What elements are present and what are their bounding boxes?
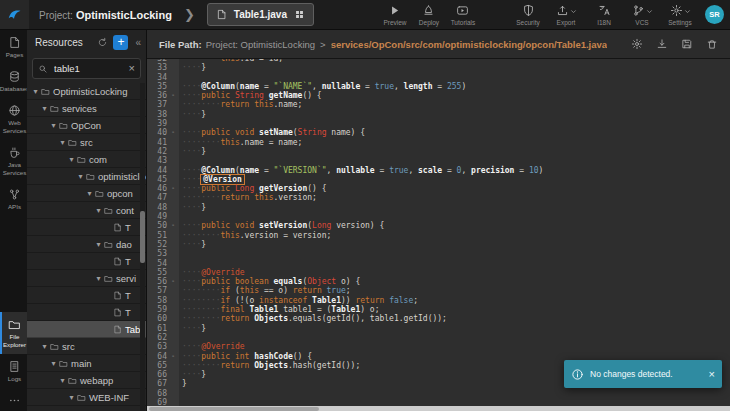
- tree-expand-icon[interactable]: ▾: [94, 206, 103, 215]
- tree-expand-icon[interactable]: ▾: [76, 172, 85, 181]
- code-line: 59········final Table1 table1 = (Table1)…: [147, 305, 730, 314]
- sidebar-item-more[interactable]: [0, 388, 27, 411]
- tree-row[interactable]: ▾WEB-INF: [27, 389, 146, 406]
- add-resource-button[interactable]: +: [113, 35, 128, 50]
- folder-tree-icon: [68, 138, 77, 147]
- tree-row-label: src: [80, 137, 93, 148]
- tree-expand-icon[interactable]: ▾: [67, 155, 76, 164]
- code-line: 49: [147, 212, 730, 221]
- file-path-label: File Path:: [159, 39, 202, 50]
- avatar[interactable]: SR: [705, 5, 724, 24]
- tree-row[interactable]: ▾services: [27, 100, 146, 117]
- tree-row[interactable]: ▾OptimisticLocking: [27, 83, 146, 100]
- fold-marker[interactable]: -: [170, 128, 179, 137]
- tree-expand-icon[interactable]: ▾: [58, 376, 67, 385]
- code-line: 44····@Column(name = "`VERSION`", nullab…: [147, 166, 730, 175]
- file-path-project: Project: OptimisticLocking: [206, 39, 315, 50]
- sidebar-item-file-explorer[interactable]: File Explorer: [0, 312, 27, 354]
- trash-icon[interactable]: [706, 38, 718, 50]
- file-tree-icon: [113, 291, 122, 300]
- code-line: 33····}: [147, 63, 730, 72]
- tree-row[interactable]: T: [27, 253, 146, 270]
- fold-marker[interactable]: -: [170, 352, 179, 361]
- export-button[interactable]: Export: [551, 4, 581, 26]
- tree-row[interactable]: ▾opcon: [27, 185, 146, 202]
- sidebar-item-apis[interactable]: APIs: [0, 182, 27, 216]
- sidebar-item-web-services[interactable]: Web Services: [0, 98, 27, 140]
- tree-row[interactable]: ▾main: [27, 355, 146, 372]
- sidebar-item-logs[interactable]: Logs: [0, 354, 27, 388]
- vcs-button[interactable]: VCS: [627, 4, 657, 26]
- tree-row[interactable]: ▾src: [27, 134, 146, 151]
- deploy-button[interactable]: Deploy: [414, 4, 444, 26]
- code-line: 62: [147, 333, 730, 342]
- tree-expand-icon[interactable]: ▾: [49, 121, 58, 130]
- project-label: Project:OptimisticLocking: [39, 9, 172, 21]
- project-name: OptimisticLocking: [76, 9, 172, 21]
- code-editor[interactable]: 32········this.id = id;33····}3435····@C…: [147, 59, 730, 406]
- tree-expand-icon[interactable]: ▾: [94, 240, 103, 249]
- code-line: 42····}: [147, 147, 730, 156]
- tree-expand-icon[interactable]: ▾: [58, 138, 67, 147]
- code-line: 60········return Objects.equals(getId(),…: [147, 314, 730, 323]
- tree-row[interactable]: ▾cont: [27, 202, 146, 219]
- save-icon[interactable]: [681, 38, 693, 50]
- tree-expand-icon[interactable]: ▾: [67, 393, 76, 402]
- tutorials-button[interactable]: Tutorials: [448, 4, 478, 26]
- toolbar-label: I18N: [597, 19, 611, 26]
- tree-expand-icon[interactable]: ▾: [31, 87, 40, 96]
- tree-row[interactable]: T: [27, 304, 146, 321]
- toolbar-label: Preview: [383, 19, 406, 26]
- search-input[interactable]: [52, 62, 125, 75]
- security-icon: [522, 4, 535, 17]
- fold-marker[interactable]: -: [170, 91, 179, 100]
- logs-icon: [8, 360, 21, 373]
- sidebar-item-databases[interactable]: Databases: [0, 64, 27, 98]
- tree-row-label: optimisticloc: [98, 171, 146, 182]
- preview-button[interactable]: Preview: [380, 4, 410, 26]
- tree-row[interactable]: ▾dao: [27, 236, 146, 253]
- tree-row-label: cont: [116, 205, 134, 216]
- tree-row[interactable]: Tabl: [27, 321, 146, 338]
- tree-row[interactable]: ▾webapp: [27, 372, 146, 389]
- horizontal-scrollbar[interactable]: [147, 406, 730, 411]
- sidebar-item-label: File Explorer: [2, 333, 27, 349]
- download-icon[interactable]: [656, 38, 668, 50]
- tree-expand-icon[interactable]: ▾: [94, 274, 103, 283]
- fold-marker[interactable]: -: [170, 221, 179, 230]
- clear-search-icon[interactable]: ×: [129, 63, 135, 74]
- toolbar-label: VCS: [635, 19, 648, 26]
- tree-row[interactable]: ▾src: [27, 338, 146, 355]
- tree-row[interactable]: ▾optimisticloc: [27, 168, 146, 185]
- search-highlight: @Version: [201, 175, 244, 184]
- tab-table1-java[interactable]: Table1.java: [207, 3, 314, 26]
- fold-marker[interactable]: -: [170, 184, 179, 193]
- file-tree-icon: [113, 223, 122, 232]
- tree-row[interactable]: ▾com: [27, 151, 146, 168]
- i18n-button[interactable]: I18N: [589, 4, 619, 26]
- settings-button[interactable]: Settings: [665, 4, 695, 26]
- tree-row[interactable]: ▾: [27, 406, 146, 411]
- security-button[interactable]: Security: [513, 4, 543, 26]
- tree-row[interactable]: T: [27, 219, 146, 236]
- tree-scrollbar[interactable]: [140, 83, 145, 411]
- chevron-separator-icon: ❯: [184, 8, 195, 21]
- tree-expand-icon[interactable]: ▾: [85, 189, 94, 198]
- tree-expand-icon[interactable]: ▾: [40, 104, 49, 113]
- sidebar-item-java-services[interactable]: Java Services: [0, 140, 27, 182]
- tree-expand-icon[interactable]: ▾: [40, 342, 49, 351]
- gear-icon[interactable]: [631, 38, 643, 50]
- collapse-panel-icon[interactable]: «: [133, 37, 143, 48]
- fold-marker[interactable]: -: [170, 277, 179, 286]
- refresh-icon[interactable]: [97, 37, 108, 48]
- caret-down-icon: [646, 8, 653, 15]
- tree-row[interactable]: ▾servi: [27, 270, 146, 287]
- tree-row[interactable]: T: [27, 287, 146, 304]
- code-line: 48····}: [147, 203, 730, 212]
- tree-row-label: OptimisticLocking: [53, 86, 127, 97]
- tree-row[interactable]: ▾OpCon: [27, 117, 146, 134]
- sidebar-item-pages[interactable]: Pages: [0, 30, 27, 64]
- grid-icon[interactable]: [294, 9, 305, 20]
- close-icon[interactable]: ×: [709, 369, 715, 380]
- tree-expand-icon[interactable]: ▾: [49, 359, 58, 368]
